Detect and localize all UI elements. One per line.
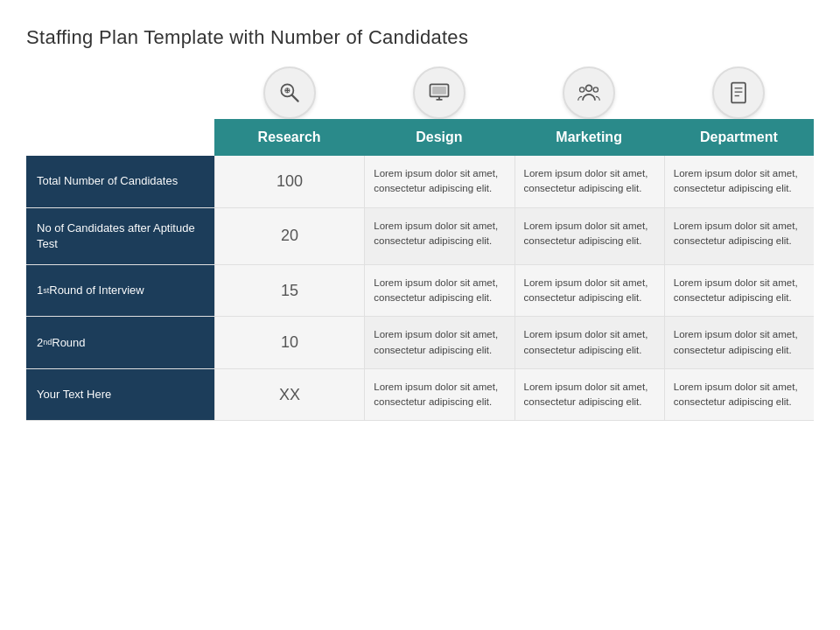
cell-marketing-total: Lorem ipsum dolor sit amet, consectetur … [514,156,664,207]
search-analytics-icon [263,66,316,119]
table-wrapper: Research Design Marketing Department Tot… [26,66,814,421]
superscript-st: st [43,285,49,297]
data-rows: Total Number of Candidates 100 Lorem ips… [26,156,814,421]
marketing-people-icon [563,66,615,119]
table-row: Total Number of Candidates 100 Lorem ips… [26,156,814,208]
cell-department-aptitude: Lorem ipsum dolor sit amet, consectetur … [664,208,814,264]
cell-department-custom: Lorem ipsum dolor sit amet, consectetur … [664,369,814,421]
row-label-aptitude: No of Candidates after Aptitude Test [26,208,214,264]
svg-point-10 [580,88,584,92]
header-row: Research Design Marketing Department [26,119,814,156]
row-number-round2: 10 [214,317,364,368]
cell-marketing-round2: Lorem ipsum dolor sit amet, consectetur … [514,317,664,368]
page-title: Staffing Plan Template with Number of Ca… [26,26,814,49]
table-row: 2nd Round 10 Lorem ipsum dolor sit amet,… [26,317,814,369]
header-marketing: Marketing [514,119,664,156]
page-container: Staffing Plan Template with Number of Ca… [0,0,840,630]
cell-marketing-round1: Lorem ipsum dolor sit amet, consectetur … [514,265,664,317]
header-design: Design [364,119,514,156]
cell-department-total: Lorem ipsum dolor sit amet, consectetur … [664,156,814,207]
header-department: Department [664,119,814,156]
header-empty-cell [26,119,214,156]
table-row: 1st Round of Interview 15 Lorem ipsum do… [26,265,814,318]
cell-department-round1: Lorem ipsum dolor sit amet, consectetur … [664,265,814,317]
svg-rect-12 [732,83,746,103]
icon-row [214,66,814,119]
document-icon [712,66,765,119]
cell-research-total: Lorem ipsum dolor sit amet, consectetur … [364,156,514,207]
monitor-icon [413,66,466,119]
svg-rect-8 [432,87,446,94]
cell-marketing-custom: Lorem ipsum dolor sit amet, consectetur … [514,369,664,421]
row-number-aptitude: 20 [214,208,364,264]
cell-research-round1: Lorem ipsum dolor sit amet, consectetur … [364,265,514,317]
marketing-icon-cell [514,66,664,119]
row-label-custom: Your Text Here [26,369,214,421]
svg-line-1 [291,95,298,102]
cell-research-custom: Lorem ipsum dolor sit amet, consectetur … [364,369,514,421]
table-row: No of Candidates after Aptitude Test 20 … [26,208,814,265]
row-label-total: Total Number of Candidates [26,156,214,207]
svg-point-9 [586,85,592,91]
department-icon-cell [664,66,814,119]
research-icon-cell [214,66,364,119]
cell-research-aptitude: Lorem ipsum dolor sit amet, consectetur … [364,208,514,264]
row-label-round1: 1st Round of Interview [26,265,214,317]
header-research: Research [214,119,364,156]
cell-department-round2: Lorem ipsum dolor sit amet, consectetur … [664,317,814,368]
cell-research-round2: Lorem ipsum dolor sit amet, consectetur … [364,317,514,368]
svg-point-11 [593,88,598,92]
design-icon-cell [364,66,514,119]
superscript-nd: nd [43,337,52,348]
table-row: Your Text Here XX Lorem ipsum dolor sit … [26,369,814,422]
cell-marketing-aptitude: Lorem ipsum dolor sit amet, consectetur … [514,208,664,264]
row-number-round1: 15 [214,265,364,317]
row-number-custom: XX [214,369,364,421]
row-number-total: 100 [214,156,364,207]
row-label-round2: 2nd Round [26,317,214,368]
